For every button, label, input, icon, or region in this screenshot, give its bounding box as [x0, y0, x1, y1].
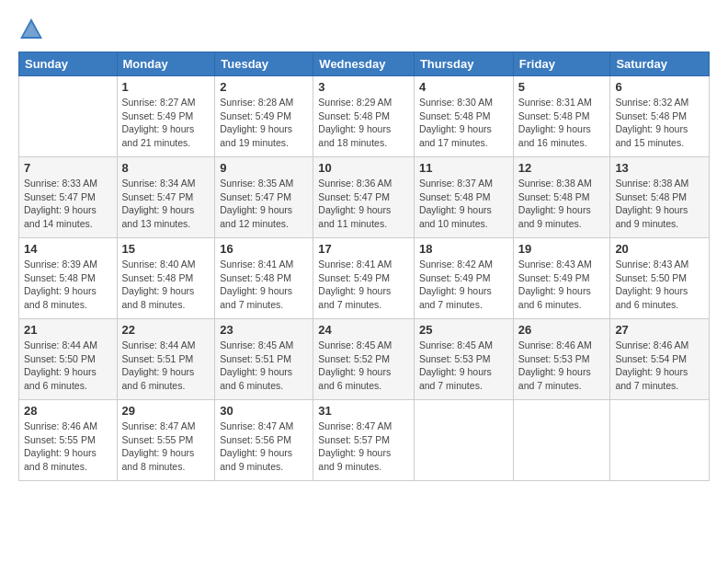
- calendar-cell: 22Sunrise: 8:44 AM Sunset: 5:51 PM Dayli…: [117, 319, 215, 400]
- calendar-week-5: 28Sunrise: 8:46 AM Sunset: 5:55 PM Dayli…: [19, 400, 710, 481]
- day-number: 20: [615, 242, 704, 256]
- calendar-cell: 31Sunrise: 8:47 AM Sunset: 5:57 PM Dayli…: [313, 400, 415, 481]
- day-info: Sunrise: 8:37 AM Sunset: 5:48 PM Dayligh…: [419, 177, 508, 231]
- day-number: 4: [419, 80, 508, 94]
- day-info: Sunrise: 8:44 AM Sunset: 5:51 PM Dayligh…: [122, 339, 210, 393]
- day-info: Sunrise: 8:43 AM Sunset: 5:49 PM Dayligh…: [518, 258, 606, 312]
- day-number: 10: [318, 161, 409, 175]
- weekday-header-wednesday: Wednesday: [313, 52, 415, 76]
- calendar-cell: 14Sunrise: 8:39 AM Sunset: 5:48 PM Dayli…: [19, 238, 118, 319]
- calendar-cell: 18Sunrise: 8:42 AM Sunset: 5:49 PM Dayli…: [414, 238, 513, 319]
- day-info: Sunrise: 8:35 AM Sunset: 5:47 PM Dayligh…: [220, 177, 308, 231]
- day-info: Sunrise: 8:27 AM Sunset: 5:49 PM Dayligh…: [122, 96, 210, 150]
- day-info: Sunrise: 8:47 AM Sunset: 5:57 PM Dayligh…: [318, 419, 409, 474]
- day-number: 6: [615, 80, 704, 94]
- day-info: Sunrise: 8:46 AM Sunset: 5:55 PM Dayligh…: [24, 419, 112, 474]
- calendar-cell: [610, 400, 710, 481]
- day-number: 14: [24, 242, 112, 256]
- calendar-cell: 10Sunrise: 8:36 AM Sunset: 5:47 PM Dayli…: [313, 157, 415, 238]
- calendar-cell: [513, 400, 610, 481]
- day-info: Sunrise: 8:41 AM Sunset: 5:49 PM Dayligh…: [318, 258, 409, 312]
- day-number: 17: [318, 242, 409, 256]
- calendar-header: SundayMondayTuesdayWednesdayThursdayFrid…: [19, 52, 710, 76]
- day-number: 16: [220, 242, 308, 256]
- day-number: 11: [419, 161, 508, 175]
- calendar-cell: 20Sunrise: 8:43 AM Sunset: 5:50 PM Dayli…: [610, 238, 710, 319]
- day-info: Sunrise: 8:32 AM Sunset: 5:48 PM Dayligh…: [615, 96, 704, 150]
- day-number: 5: [518, 80, 606, 94]
- day-number: 3: [318, 80, 409, 94]
- calendar-week-1: 1Sunrise: 8:27 AM Sunset: 5:49 PM Daylig…: [19, 76, 710, 157]
- day-info: Sunrise: 8:30 AM Sunset: 5:48 PM Dayligh…: [419, 96, 508, 150]
- weekday-header-tuesday: Tuesday: [215, 52, 313, 76]
- calendar-cell: 23Sunrise: 8:45 AM Sunset: 5:51 PM Dayli…: [215, 319, 313, 400]
- calendar-week-2: 7Sunrise: 8:33 AM Sunset: 5:47 PM Daylig…: [19, 157, 710, 238]
- calendar-cell: 13Sunrise: 8:38 AM Sunset: 5:48 PM Dayli…: [610, 157, 710, 238]
- day-number: 29: [122, 404, 210, 418]
- day-info: Sunrise: 8:41 AM Sunset: 5:48 PM Dayligh…: [220, 258, 308, 312]
- calendar-cell: 26Sunrise: 8:46 AM Sunset: 5:53 PM Dayli…: [513, 319, 610, 400]
- calendar-cell: 1Sunrise: 8:27 AM Sunset: 5:49 PM Daylig…: [117, 76, 215, 157]
- day-info: Sunrise: 8:28 AM Sunset: 5:49 PM Dayligh…: [220, 96, 308, 150]
- day-number: 24: [318, 323, 409, 337]
- calendar-cell: 16Sunrise: 8:41 AM Sunset: 5:48 PM Dayli…: [215, 238, 313, 319]
- day-number: 19: [518, 242, 606, 256]
- header: [18, 17, 710, 42]
- weekday-header-saturday: Saturday: [610, 52, 710, 76]
- day-info: Sunrise: 8:42 AM Sunset: 5:49 PM Dayligh…: [419, 258, 508, 312]
- day-number: 8: [122, 161, 210, 175]
- calendar-cell: 15Sunrise: 8:40 AM Sunset: 5:48 PM Dayli…: [117, 238, 215, 319]
- day-info: Sunrise: 8:40 AM Sunset: 5:48 PM Dayligh…: [122, 258, 210, 312]
- calendar-cell: 17Sunrise: 8:41 AM Sunset: 5:49 PM Dayli…: [313, 238, 415, 319]
- day-number: 23: [220, 323, 308, 337]
- day-info: Sunrise: 8:39 AM Sunset: 5:48 PM Dayligh…: [24, 258, 112, 312]
- calendar-cell: 28Sunrise: 8:46 AM Sunset: 5:55 PM Dayli…: [19, 400, 118, 481]
- day-number: 27: [615, 323, 704, 337]
- day-number: 13: [615, 161, 704, 175]
- calendar-cell: 19Sunrise: 8:43 AM Sunset: 5:49 PM Dayli…: [513, 238, 610, 319]
- day-number: 1: [122, 80, 210, 94]
- day-number: 18: [419, 242, 508, 256]
- logo-icon: [18, 17, 44, 42]
- weekday-header-friday: Friday: [513, 52, 610, 76]
- calendar-cell: 5Sunrise: 8:31 AM Sunset: 5:48 PM Daylig…: [513, 76, 610, 157]
- calendar-cell: 25Sunrise: 8:45 AM Sunset: 5:53 PM Dayli…: [414, 319, 513, 400]
- day-number: 15: [122, 242, 210, 256]
- calendar-cell: 12Sunrise: 8:38 AM Sunset: 5:48 PM Dayli…: [513, 157, 610, 238]
- day-number: 26: [518, 323, 606, 337]
- day-number: 28: [24, 404, 112, 418]
- day-number: 31: [318, 404, 409, 418]
- calendar-cell: 9Sunrise: 8:35 AM Sunset: 5:47 PM Daylig…: [215, 157, 313, 238]
- calendar-week-4: 21Sunrise: 8:44 AM Sunset: 5:50 PM Dayli…: [19, 319, 710, 400]
- calendar-cell: [19, 76, 118, 157]
- calendar-body: 1Sunrise: 8:27 AM Sunset: 5:49 PM Daylig…: [19, 76, 710, 481]
- calendar-week-3: 14Sunrise: 8:39 AM Sunset: 5:48 PM Dayli…: [19, 238, 710, 319]
- calendar-cell: 4Sunrise: 8:30 AM Sunset: 5:48 PM Daylig…: [414, 76, 513, 157]
- day-info: Sunrise: 8:46 AM Sunset: 5:53 PM Dayligh…: [518, 339, 606, 393]
- calendar-cell: [414, 400, 513, 481]
- calendar-cell: 24Sunrise: 8:45 AM Sunset: 5:52 PM Dayli…: [313, 319, 415, 400]
- day-info: Sunrise: 8:38 AM Sunset: 5:48 PM Dayligh…: [518, 177, 606, 231]
- day-info: Sunrise: 8:33 AM Sunset: 5:47 PM Dayligh…: [24, 177, 112, 231]
- calendar-cell: 27Sunrise: 8:46 AM Sunset: 5:54 PM Dayli…: [610, 319, 710, 400]
- calendar-cell: 8Sunrise: 8:34 AM Sunset: 5:47 PM Daylig…: [117, 157, 215, 238]
- day-info: Sunrise: 8:46 AM Sunset: 5:54 PM Dayligh…: [615, 339, 704, 393]
- calendar-cell: 11Sunrise: 8:37 AM Sunset: 5:48 PM Dayli…: [414, 157, 513, 238]
- weekday-header-sunday: Sunday: [19, 52, 118, 76]
- calendar-cell: 3Sunrise: 8:29 AM Sunset: 5:48 PM Daylig…: [313, 76, 415, 157]
- day-info: Sunrise: 8:31 AM Sunset: 5:48 PM Dayligh…: [518, 96, 606, 150]
- day-number: 22: [122, 323, 210, 337]
- logo: [18, 17, 48, 42]
- calendar-cell: 29Sunrise: 8:47 AM Sunset: 5:55 PM Dayli…: [117, 400, 215, 481]
- calendar-cell: 6Sunrise: 8:32 AM Sunset: 5:48 PM Daylig…: [610, 76, 710, 157]
- day-number: 30: [220, 404, 308, 418]
- day-info: Sunrise: 8:38 AM Sunset: 5:48 PM Dayligh…: [615, 177, 704, 231]
- day-number: 2: [220, 80, 308, 94]
- day-info: Sunrise: 8:44 AM Sunset: 5:50 PM Dayligh…: [24, 339, 112, 393]
- day-info: Sunrise: 8:45 AM Sunset: 5:51 PM Dayligh…: [220, 339, 308, 393]
- day-info: Sunrise: 8:45 AM Sunset: 5:53 PM Dayligh…: [419, 339, 508, 393]
- calendar: SundayMondayTuesdayWednesdayThursdayFrid…: [18, 52, 710, 481]
- day-info: Sunrise: 8:29 AM Sunset: 5:48 PM Dayligh…: [318, 96, 409, 150]
- day-info: Sunrise: 8:47 AM Sunset: 5:56 PM Dayligh…: [220, 419, 308, 474]
- weekday-header-row: SundayMondayTuesdayWednesdayThursdayFrid…: [19, 52, 710, 76]
